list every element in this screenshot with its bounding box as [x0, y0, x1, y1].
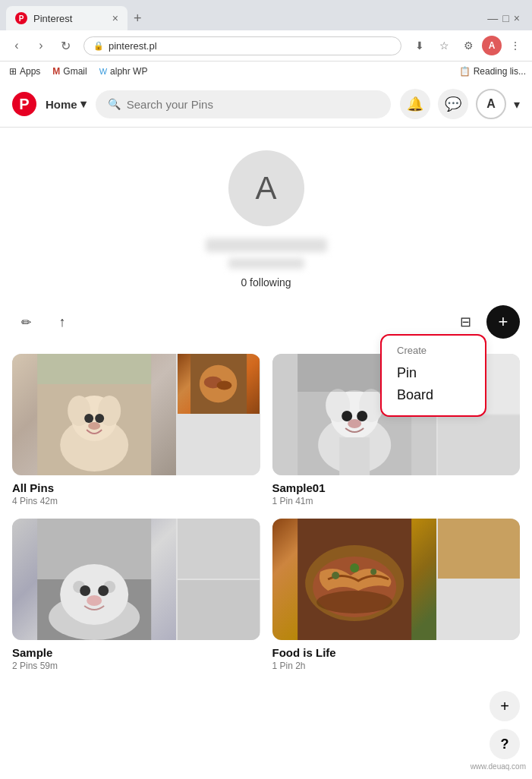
- svg-point-38: [316, 591, 392, 613]
- tab-bar: P Pinterest × + — □ ×: [0, 0, 532, 30]
- pinterest-header: P Home ▾ 🔍 🔔 💬 A ▾: [0, 81, 532, 128]
- add-button[interactable]: +: [486, 305, 520, 339]
- svg-point-18: [342, 411, 352, 421]
- board-name-food-is-life: Food is Life: [272, 646, 521, 659]
- back-button[interactable]: ‹: [6, 35, 27, 56]
- board-name-sample01: Sample01: [272, 481, 521, 494]
- board-main-image-food: [272, 519, 436, 640]
- pinterest-logo[interactable]: P: [12, 92, 36, 116]
- board-meta-sample01: 1 Pin 41m: [272, 496, 521, 506]
- apps-icon: ⊞: [9, 66, 17, 77]
- alphr-icon: W: [99, 67, 107, 76]
- profile-avatar: A: [228, 150, 304, 226]
- svg-rect-8: [37, 354, 151, 384]
- action-left: ✏ ↑: [12, 308, 76, 336]
- profile-handle: [228, 258, 304, 269]
- svg-point-26: [60, 564, 128, 625]
- svg-point-31: [87, 595, 102, 606]
- search-input[interactable]: [127, 98, 379, 111]
- svg-point-37: [350, 563, 359, 572]
- board-secondary-image-2-sample: [178, 580, 260, 640]
- filter-button[interactable]: ⊟: [452, 308, 479, 336]
- profile-chevron-button[interactable]: ▾: [514, 97, 520, 112]
- svg-point-6: [95, 414, 104, 423]
- active-tab[interactable]: P Pinterest ×: [6, 6, 127, 30]
- board-secondary-image-2-s01: [438, 415, 520, 475]
- action-bar: ✏ ↑ ⊟ + Create Pin Board: [0, 296, 532, 348]
- svg-rect-21: [339, 437, 370, 475]
- reading-list[interactable]: 📋 Reading lis...: [459, 66, 526, 77]
- browser-actions: ⬇ ☆ ⚙ A ⋮: [409, 35, 526, 56]
- create-pin-option[interactable]: Pin: [397, 362, 470, 384]
- svg-point-20: [348, 419, 361, 428]
- bookmarks-bar: ⊞ Apps M Gmail W alphr WP 📋 Reading lis.…: [0, 61, 532, 81]
- create-label: Create: [397, 345, 470, 356]
- watermark-text: www.deuaq.com: [471, 762, 526, 771]
- profile-following: 0 following: [12, 276, 520, 289]
- forward-button[interactable]: ›: [30, 35, 52, 56]
- download-button[interactable]: ⬇: [409, 35, 430, 56]
- svg-point-5: [84, 414, 93, 423]
- watermark: www.deuaq.com: [0, 759, 532, 774]
- filter-icon: ⊟: [460, 314, 471, 330]
- tab-close-button[interactable]: ×: [112, 12, 118, 24]
- extensions-button[interactable]: ⚙: [458, 35, 479, 56]
- board-meta-all-pins: 4 Pins 42m: [12, 496, 260, 506]
- floating-help-button[interactable]: ?: [490, 729, 520, 759]
- svg-point-19: [357, 411, 367, 421]
- home-chevron-icon: ▾: [80, 97, 87, 111]
- home-button[interactable]: Home ▾: [46, 97, 87, 111]
- bookmark-alphr-label: alphr WP: [110, 66, 147, 77]
- svg-point-12: [217, 381, 232, 390]
- add-icon: +: [499, 312, 508, 332]
- board-card-food-is-life[interactable]: Food is Life 1 Pin 2h: [272, 519, 521, 671]
- bookmark-alphr[interactable]: W alphr WP: [96, 65, 151, 78]
- minimize-button[interactable]: —: [487, 12, 498, 24]
- maximize-button[interactable]: □: [502, 12, 508, 24]
- window-controls: — □ ×: [481, 12, 526, 24]
- user-initial: A: [486, 97, 496, 111]
- board-images-food: [272, 519, 521, 640]
- board-meta-food-is-life: 1 Pin 2h: [272, 661, 521, 671]
- new-tab-button[interactable]: +: [127, 8, 148, 30]
- pinterest-app: P Home ▾ 🔍 🔔 💬 A ▾ A 0 following: [0, 81, 532, 774]
- lock-icon: 🔒: [93, 41, 104, 51]
- profile-section: A 0 following: [0, 128, 532, 296]
- bookmark-apps-label: Apps: [20, 66, 40, 77]
- messages-button[interactable]: 💬: [438, 89, 468, 119]
- bookmark-apps[interactable]: ⊞ Apps: [6, 65, 43, 78]
- menu-button[interactable]: ⋮: [505, 35, 526, 56]
- user-avatar[interactable]: A: [476, 89, 506, 119]
- close-button[interactable]: ×: [514, 12, 520, 24]
- bookmark-gmail[interactable]: M Gmail: [49, 65, 90, 78]
- board-meta-sample: 2 Pins 59m: [12, 661, 260, 671]
- svg-point-36: [370, 569, 376, 575]
- share-button[interactable]: ↑: [49, 308, 76, 336]
- board-secondary-image-1-food: [438, 519, 520, 579]
- reading-list-label: Reading lis...: [474, 66, 526, 77]
- reload-button[interactable]: ↻: [55, 35, 76, 56]
- browser-profile-avatar[interactable]: A: [482, 36, 502, 55]
- edit-button[interactable]: ✏: [12, 308, 39, 336]
- tab-title: Pinterest: [33, 13, 106, 24]
- gmail-icon: M: [52, 66, 60, 77]
- search-bar[interactable]: 🔍: [96, 90, 391, 118]
- board-name-sample: Sample: [12, 646, 260, 659]
- board-card-sample[interactable]: Sample 2 Pins 59m: [12, 519, 260, 671]
- board-card-all-pins[interactable]: All Pins 4 Pins 42m: [12, 354, 260, 506]
- reading-list-icon: 📋: [459, 66, 471, 77]
- svg-point-30: [98, 585, 109, 596]
- floating-add-button[interactable]: +: [490, 691, 520, 721]
- board-images-all-pins: [12, 354, 260, 475]
- create-board-option[interactable]: Board: [397, 384, 470, 406]
- bookmark-button[interactable]: ☆: [433, 35, 455, 56]
- address-text: pinterest.pl: [109, 40, 157, 52]
- bookmark-gmail-label: Gmail: [63, 66, 87, 77]
- board-secondary-image-1: [178, 354, 260, 414]
- address-bar[interactable]: 🔒 pinterest.pl: [83, 36, 401, 55]
- svg-point-7: [88, 422, 100, 430]
- browser-window: P Pinterest × + — □ × ‹ › ↻ 🔒 pinterest.…: [0, 0, 532, 81]
- svg-point-29: [80, 585, 90, 596]
- notifications-button[interactable]: 🔔: [400, 89, 430, 119]
- svg-point-35: [332, 572, 339, 579]
